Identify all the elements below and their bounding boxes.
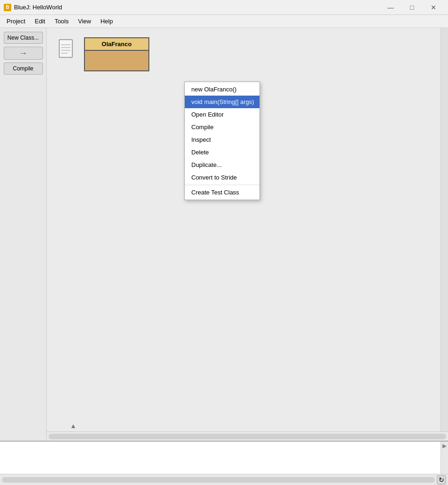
file-icon bbox=[57, 37, 78, 63]
ctx-open-editor[interactable]: Open Editor bbox=[185, 108, 259, 121]
terminal-h-track[interactable] bbox=[2, 477, 435, 483]
context-menu: new OlaFranco() void main(String[] args)… bbox=[184, 82, 260, 200]
window-controls: — □ ✕ bbox=[380, 0, 444, 15]
ctx-inspect[interactable]: Inspect bbox=[185, 133, 259, 146]
arrow-button[interactable]: → bbox=[4, 47, 43, 60]
terminal-scrollbar-horizontal: ↻ bbox=[0, 474, 448, 485]
canvas-area[interactable]: OlaFranco new OlaFranco() void main(Stri… bbox=[47, 28, 441, 431]
menu-tools[interactable]: Tools bbox=[50, 16, 73, 27]
ctx-duplicate[interactable]: Duplicate... bbox=[185, 159, 259, 171]
menu-bar: Project Edit Tools View Help bbox=[0, 15, 448, 28]
new-class-button[interactable]: New Class... bbox=[4, 32, 43, 44]
ctx-create-test[interactable]: Create Test Class bbox=[185, 186, 259, 199]
menu-view[interactable]: View bbox=[73, 16, 96, 27]
class-title: OlaFranco bbox=[85, 38, 148, 51]
canvas-scrollbar-vertical[interactable] bbox=[441, 28, 448, 431]
ctx-separator bbox=[185, 185, 259, 185]
terminal-area: ▶ ↻ bbox=[0, 441, 448, 485]
canvas-main: OlaFranco new OlaFranco() void main(Stri… bbox=[47, 28, 448, 441]
compile-button[interactable]: Compile bbox=[4, 62, 43, 75]
ctx-compile[interactable]: Compile bbox=[185, 121, 259, 133]
refresh-button[interactable]: ↻ bbox=[437, 475, 446, 485]
close-button[interactable]: ✕ bbox=[423, 0, 444, 15]
terminal-content bbox=[0, 442, 448, 474]
app-icon: B bbox=[4, 4, 11, 11]
menu-help[interactable]: Help bbox=[96, 16, 118, 27]
menu-edit[interactable]: Edit bbox=[30, 16, 49, 27]
menu-project[interactable]: Project bbox=[2, 16, 30, 27]
sidebar: New Class... → Compile bbox=[0, 28, 47, 441]
scroll-thumb-icon: ▶ bbox=[442, 443, 447, 449]
canvas-with-scroll: OlaFranco new OlaFranco() void main(Stri… bbox=[47, 28, 448, 431]
ctx-void-main[interactable]: void main(String[] args) bbox=[185, 96, 259, 108]
class-block[interactable]: OlaFranco bbox=[84, 37, 149, 71]
title-bar: B BlueJ: HelloWorld — □ ✕ bbox=[0, 0, 448, 15]
main-container: New Class... → Compile bbox=[0, 28, 448, 441]
maximize-button[interactable]: □ bbox=[401, 0, 423, 15]
ctx-new-instance[interactable]: new OlaFranco() bbox=[185, 83, 259, 96]
terminal-scrollbar-vertical[interactable]: ▶ bbox=[441, 442, 448, 474]
title-bar-left: B BlueJ: HelloWorld bbox=[4, 4, 62, 11]
ctx-convert-stride[interactable]: Convert to Stride bbox=[185, 171, 259, 184]
canvas-scrollbar-horizontal[interactable] bbox=[49, 434, 446, 439]
minimize-button[interactable]: — bbox=[380, 0, 401, 15]
canvas-up-arrow[interactable]: ▲ bbox=[70, 422, 77, 430]
scroll-area bbox=[47, 431, 448, 441]
window-title: BlueJ: HelloWorld bbox=[14, 4, 62, 11]
file-svg bbox=[58, 39, 77, 62]
class-body bbox=[85, 51, 148, 70]
svg-rect-0 bbox=[59, 40, 72, 57]
ctx-delete[interactable]: Delete bbox=[185, 146, 259, 159]
